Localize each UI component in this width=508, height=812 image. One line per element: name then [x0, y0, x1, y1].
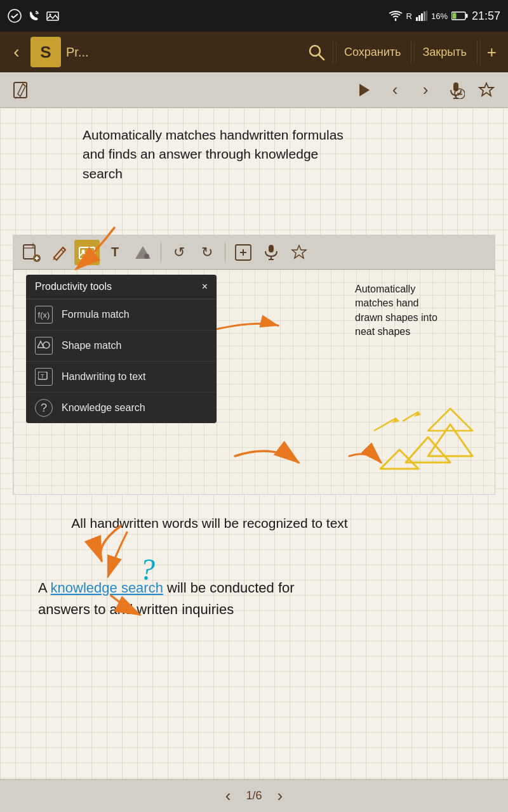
toolbar2-left: [8, 76, 351, 104]
prod-tools-close-button[interactable]: ×: [202, 281, 208, 292]
time-display: 21:57: [472, 10, 500, 23]
svg-marker-20: [479, 83, 493, 96]
knowledge-search-label: Knowledge search: [62, 402, 145, 414]
prev-button[interactable]: ‹: [381, 76, 409, 104]
save-button[interactable]: Сохранить: [336, 42, 408, 63]
svg-marker-15: [359, 84, 370, 96]
svg-point-40: [43, 342, 50, 348]
battery-icon: [451, 11, 468, 20]
inner-undo-button[interactable]: ↺: [166, 240, 192, 265]
inner-content: Productivity tools × f(x) Formula match: [13, 270, 495, 494]
search-button[interactable]: [302, 38, 330, 66]
svg-rect-10: [452, 13, 456, 19]
status-left-icons: [8, 9, 60, 23]
image-icon: [46, 9, 60, 23]
status-bar: R 16% 21:57: [0, 0, 508, 32]
formula-match-label: Formula match: [62, 309, 130, 320]
inner-toolbar: T ↺ ↻: [13, 235, 495, 270]
svg-point-31: [144, 254, 149, 259]
svg-marker-38: [292, 246, 306, 258]
svg-rect-3: [416, 17, 418, 21]
nav-divider-3: [477, 41, 478, 63]
bottom-navigation-bar: ‹ 1/6 ›: [0, 779, 508, 812]
phone-icon: [27, 9, 41, 23]
wifi-icon: [389, 10, 403, 22]
prod-tool-formula-match[interactable]: f(x) Formula match: [26, 299, 217, 331]
svg-line-12: [319, 55, 324, 60]
nav-divider-2: [411, 41, 411, 63]
prod-tool-handwriting[interactable]: T Handwriting to text: [26, 362, 217, 393]
signal-text: R: [406, 11, 412, 21]
handwriting-label: Handwriting to text: [62, 371, 146, 383]
signal-bars-icon: [416, 11, 427, 21]
toolbar2-right: ‹ ›: [351, 76, 500, 104]
play-button[interactable]: [351, 76, 378, 104]
svg-line-27: [61, 249, 64, 252]
inner-redo-button[interactable]: ↻: [194, 240, 220, 265]
prod-tool-shape-match[interactable]: Shape match: [26, 331, 217, 362]
page-next-button[interactable]: ›: [277, 786, 283, 806]
svg-rect-4: [418, 15, 420, 21]
nav-divider-1: [333, 41, 333, 63]
edit-page-button[interactable]: [8, 76, 36, 104]
prod-tools-header: Productivity tools ×: [26, 275, 217, 299]
bottom-annotation-2: A knowledge search will be conducted for…: [38, 577, 343, 620]
productivity-tools-dropdown: Productivity tools × f(x) Formula match: [26, 275, 217, 423]
inner-mic-button[interactable]: [258, 240, 284, 265]
inner-toolbar-sep-2: [225, 242, 225, 263]
close-button[interactable]: Закрыть: [414, 42, 474, 63]
star-button[interactable]: [472, 76, 500, 104]
app-logo: S: [30, 37, 61, 67]
inner-image-button[interactable]: [74, 240, 100, 265]
shape-match-icon: [35, 337, 53, 355]
inner-text-button[interactable]: T: [102, 240, 128, 265]
next-button[interactable]: ›: [411, 76, 439, 104]
svg-rect-35: [269, 245, 274, 252]
knowledge-search-link: knowledge search: [51, 580, 163, 596]
svg-rect-6: [424, 11, 425, 21]
page-indicator: 1/6: [246, 789, 262, 802]
add-button[interactable]: +: [480, 39, 503, 66]
inner-shape-button[interactable]: [130, 240, 156, 265]
knowledge-search-icon: ?: [35, 399, 53, 417]
svg-rect-5: [421, 13, 423, 21]
shape-match-label: Shape match: [62, 340, 121, 351]
nav-bar: ‹ S Pr... Сохранить Закрыть +: [0, 32, 508, 72]
top-annotation-text: Automatically matches handwritten formul…: [83, 126, 349, 183]
svg-rect-7: [426, 11, 427, 21]
formula-match-icon: f(x): [35, 306, 53, 324]
back-button[interactable]: ‹: [5, 41, 28, 63]
handwriting-icon: T: [35, 368, 53, 386]
bottom-annotation-1: All handwritten words will be recognized…: [64, 514, 356, 533]
status-right-icons: R 16% 21:57: [389, 10, 500, 23]
mic-button[interactable]: [442, 76, 470, 104]
main-content: Automatically matches handwritten formul…: [0, 108, 508, 779]
inner-star-button[interactable]: [286, 240, 312, 265]
inner-insert-button[interactable]: [231, 240, 256, 265]
battery-percent: 16%: [431, 11, 448, 21]
secondary-toolbar: ‹ ›: [0, 72, 508, 108]
inner-toolbar-sep-1: [161, 242, 161, 263]
page-prev-button[interactable]: ‹: [225, 786, 231, 806]
check-icon: [8, 9, 22, 23]
prod-tool-knowledge[interactable]: ? Knowledge search: [26, 393, 217, 423]
inner-new-button[interactable]: [18, 240, 44, 265]
svg-text:T: T: [41, 373, 44, 379]
svg-rect-9: [465, 14, 467, 18]
prod-tools-title: Productivity tools: [35, 281, 112, 292]
nav-title: Pr...: [66, 45, 300, 60]
search-icon: [307, 43, 325, 61]
inner-pen-button[interactable]: [46, 240, 72, 265]
inner-app-screenshot: T ↺ ↻: [13, 235, 495, 495]
